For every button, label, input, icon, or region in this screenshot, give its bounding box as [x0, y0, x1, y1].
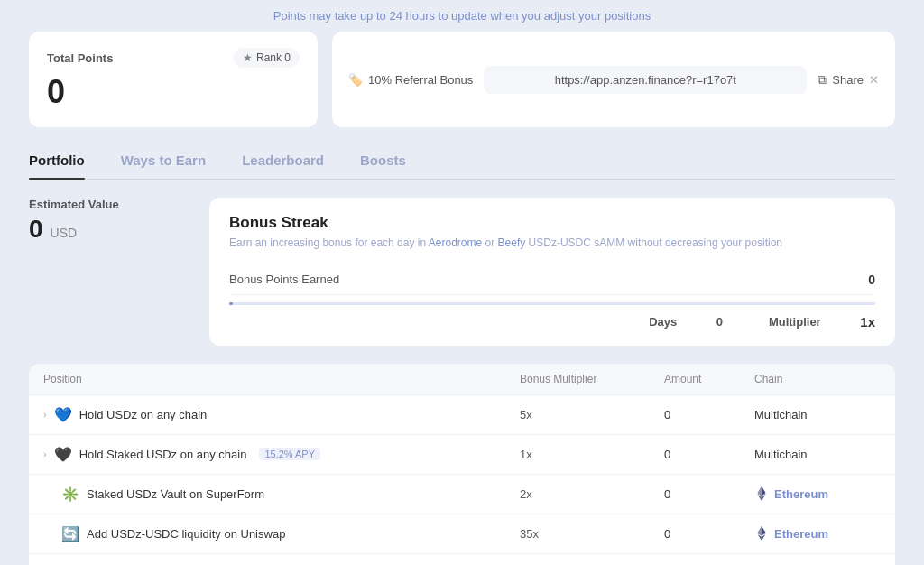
tab-leaderboard[interactable]: Leaderboard	[242, 142, 324, 179]
chain-val: Multichain	[754, 408, 881, 421]
table-row: 🔄 Add USDz-ETH liquidity on Uniswap 40x …	[29, 554, 895, 565]
banner: Points may take up to 24 hours to update…	[0, 0, 924, 32]
aerodrome-link[interactable]: Aerodrome	[429, 236, 482, 249]
table-row: 🔄 Add USDz-USDC liquidity on Uniswap 35x…	[29, 514, 895, 554]
amount-val: 0	[664, 448, 754, 461]
positions-table: Position Bonus Multiplier Amount Chain ›…	[29, 364, 895, 565]
multiplier-val: 1x	[520, 448, 664, 461]
position-label: Hold Staked USDz on any chain	[79, 448, 247, 461]
position-name: › 💙 Hold USDz on any chain	[43, 406, 520, 423]
multiplier-val: 2x	[520, 487, 664, 501]
position-name: › 🖤 Hold Staked USDz on any chain 15.2% …	[43, 446, 520, 463]
estimated-value-amount: 0	[29, 215, 43, 244]
bonus-streak-subtitle: Earn an increasing bonus for each day in…	[229, 236, 875, 251]
beefy-link[interactable]: Beefy	[498, 236, 526, 249]
position-icon: 💙	[54, 406, 72, 423]
tab-boosts[interactable]: Boosts	[360, 142, 406, 179]
chain-label: Ethereum	[774, 487, 828, 501]
total-points-card: Total Points ★ Rank 0 0	[29, 32, 318, 127]
estimated-value-currency: USD	[51, 226, 78, 240]
bonus-points-value: 0	[868, 273, 875, 287]
estimated-value-label: Estimated Value	[29, 198, 191, 211]
multiplier-label: Multiplier	[769, 315, 821, 329]
rank-badge[interactable]: ★ Rank 0	[234, 48, 300, 68]
table-header: Position Bonus Multiplier Amount Chain	[29, 364, 895, 395]
position-icon: ✳️	[61, 486, 79, 503]
streak-bar-fill	[229, 302, 233, 305]
chevron-right-icon[interactable]: ›	[43, 449, 47, 459]
amount-val: 0	[664, 408, 754, 421]
position-icon: 🔄	[61, 525, 79, 542]
table-row: › 🖤 Hold Staked USDz on any chain 15.2% …	[29, 435, 895, 475]
multiplier-val: 5x	[520, 408, 664, 421]
share-label: Share	[832, 73, 864, 87]
multiplier-val: 35x	[520, 527, 664, 541]
ethereum-icon	[754, 486, 769, 501]
estimated-value-section: Estimated Value 0 USD	[29, 198, 191, 346]
tab-portfolio[interactable]: Portfolio	[29, 142, 85, 179]
chain-val: Ethereum	[754, 526, 881, 541]
amount-val: 0	[664, 527, 754, 541]
table-row: ✳️ Staked USDz Vault on SuperForm 2x 0 E…	[29, 475, 895, 514]
position-name: 🔄 Add USDz-USDC liquidity on Uniswap	[43, 525, 520, 542]
coupon-icon: 🏷️	[348, 73, 363, 87]
tabs: Portfolio Ways to Earn Leaderboard Boost…	[29, 142, 895, 180]
apy-badge: 15.2% APY	[259, 448, 320, 460]
table-row: › 💙 Hold USDz on any chain 5x 0 Multicha…	[29, 395, 895, 435]
position-label: Hold USDz on any chain	[79, 408, 208, 421]
col-amount: Amount	[664, 373, 754, 385]
multiplier-value: 1x	[860, 314, 875, 329]
chain-val: Multichain	[754, 448, 881, 461]
position-label: Add USDz-USDC liquidity on Uniswap	[87, 527, 285, 541]
bonus-streak-card: Bonus Streak Earn an increasing bonus fo…	[209, 198, 895, 346]
banner-text: Points may take up to 24 hours to update…	[273, 9, 651, 23]
chevron-right-icon[interactable]: ›	[43, 409, 47, 420]
rank-star-icon: ★	[243, 51, 253, 64]
total-points-label: Total Points	[47, 51, 113, 65]
rank-value: Rank 0	[256, 51, 291, 64]
referral-bonus-label: 🏷️ 10% Referral Bonus	[348, 73, 473, 87]
position-label: Staked USDz Vault on SuperForm	[87, 487, 264, 501]
copy-icon: ⧉	[818, 72, 827, 88]
col-position: Position	[43, 373, 520, 385]
col-chain: Chain	[754, 373, 881, 385]
referral-url[interactable]: https://app.anzen.finance?r=r17o7t	[484, 66, 807, 94]
share-area[interactable]: ⧉ Share ✕	[818, 72, 879, 88]
position-name: ✳️ Staked USDz Vault on SuperForm	[43, 486, 520, 503]
total-points-value: 0	[47, 73, 300, 111]
days-label: Days	[649, 315, 677, 329]
days-value: 0	[716, 315, 723, 329]
bonus-streak-title: Bonus Streak	[229, 214, 875, 232]
chain-val: Ethereum	[754, 486, 881, 501]
position-icon: 🖤	[54, 446, 72, 463]
ethereum-icon	[754, 526, 769, 541]
streak-bar	[229, 302, 875, 305]
tab-ways-to-earn[interactable]: Ways to Earn	[121, 142, 206, 179]
col-bonus-multiplier: Bonus Multiplier	[520, 373, 664, 385]
days-multiplier: Days 0 Multiplier 1x	[229, 314, 875, 329]
referral-card: 🏷️ 10% Referral Bonus https://app.anzen.…	[332, 32, 895, 127]
bonus-points-row: Bonus Points Earned 0	[229, 265, 875, 295]
amount-val: 0	[664, 487, 754, 501]
chain-label: Ethereum	[774, 527, 828, 541]
bonus-points-label: Bonus Points Earned	[229, 273, 339, 286]
close-icon[interactable]: ✕	[869, 73, 879, 87]
